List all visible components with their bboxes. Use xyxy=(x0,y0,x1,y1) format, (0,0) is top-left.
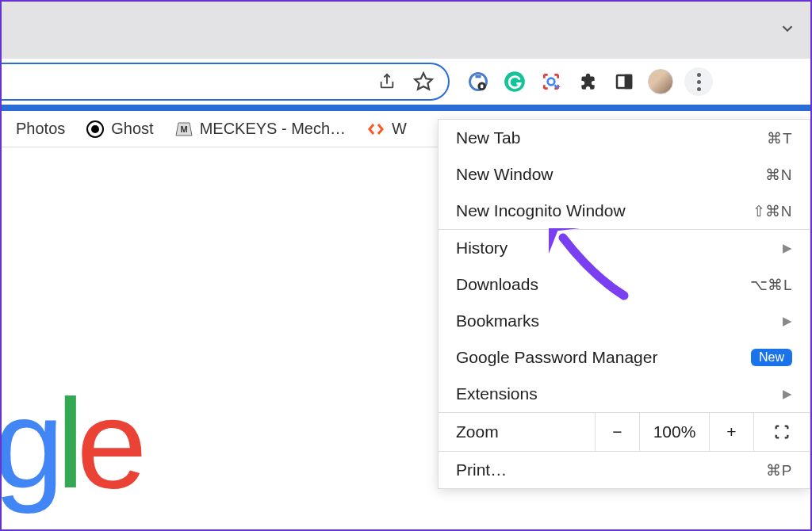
zoom-value: 100% xyxy=(640,413,710,451)
menu-label: History xyxy=(456,239,508,258)
menu-bookmarks[interactable]: Bookmarks ▶ xyxy=(439,303,810,339)
menu-downloads[interactable]: Downloads ⌥⌘L xyxy=(439,266,810,303)
menu-new-window[interactable]: New Window ⌘N xyxy=(439,156,810,193)
address-row: + xyxy=(2,59,810,105)
capture-extension-icon[interactable]: + xyxy=(538,69,564,94)
menu-zoom-row: Zoom − 100% + xyxy=(439,412,810,451)
sidepanel-icon[interactable] xyxy=(611,69,637,94)
fullscreen-button[interactable] xyxy=(754,413,810,451)
toolbar-icons: + xyxy=(465,67,713,96)
menu-label: New Incognito Window xyxy=(456,201,626,220)
menu-print[interactable]: Print… ⌘P xyxy=(439,452,810,488)
google-logo-partial: gle xyxy=(0,371,140,517)
more-menu-button[interactable] xyxy=(684,67,713,96)
tabs-chevron-down-icon[interactable] xyxy=(779,20,796,40)
svg-rect-3 xyxy=(476,75,481,78)
menu-label: Print… xyxy=(456,460,507,479)
bookmark-photos[interactable]: Photos xyxy=(16,120,65,138)
tab-strip xyxy=(2,2,810,59)
svg-marker-1 xyxy=(415,73,432,90)
extensions-puzzle-icon[interactable] xyxy=(575,69,600,94)
menu-label: Google Password Manager xyxy=(456,348,657,367)
menu-label: New Tab xyxy=(456,128,520,147)
svg-rect-11 xyxy=(626,75,631,88)
bookmark-ghost[interactable]: Ghost xyxy=(86,120,153,139)
bookmark-label: Ghost xyxy=(111,120,153,138)
bookmark-meckeys[interactable]: M MECKEYS - Mech… xyxy=(174,120,346,139)
menu-shortcut: ⌘P xyxy=(766,461,792,479)
menu-history[interactable]: History ▶ xyxy=(439,230,810,266)
menu-extensions[interactable]: Extensions ▶ xyxy=(439,376,810,412)
zoom-label: Zoom xyxy=(439,413,596,451)
bookmark-label: MECKEYS - Mech… xyxy=(200,120,346,138)
submenu-arrow-icon: ▶ xyxy=(783,241,792,255)
menu-shortcut: ⌥⌘L xyxy=(750,276,792,294)
menu-google-password-manager[interactable]: Google Password Manager New xyxy=(439,339,810,376)
menu-new-incognito-window[interactable]: New Incognito Window ⇧⌘N xyxy=(439,193,810,229)
menu-shortcut: ⌘T xyxy=(767,129,792,147)
svg-point-13 xyxy=(91,125,99,133)
svg-text:M: M xyxy=(180,124,187,134)
svg-text:+: + xyxy=(555,82,560,91)
code-icon xyxy=(366,120,385,139)
omnibox[interactable] xyxy=(2,63,450,101)
submenu-arrow-icon: ▶ xyxy=(783,314,792,328)
menu-label: Downloads xyxy=(456,275,538,294)
bookmark-label: W xyxy=(392,120,407,138)
zoom-in-button[interactable]: + xyxy=(710,413,754,451)
extension-refresh-icon[interactable] xyxy=(465,69,491,94)
svg-point-7 xyxy=(548,78,555,86)
grammarly-extension-icon[interactable] xyxy=(502,69,527,94)
bookmark-label: Photos xyxy=(16,120,65,138)
profile-avatar[interactable] xyxy=(648,69,673,94)
menu-label: Bookmarks xyxy=(456,311,539,330)
chrome-menu: New Tab ⌘T New Window ⌘N New Incognito W… xyxy=(438,119,810,489)
bookmark-star-icon[interactable] xyxy=(411,69,436,94)
bookmark-w[interactable]: W xyxy=(366,120,407,139)
menu-label: New Window xyxy=(456,165,553,184)
share-icon[interactable] xyxy=(374,69,400,94)
submenu-arrow-icon: ▶ xyxy=(783,387,792,401)
zoom-out-button[interactable]: − xyxy=(596,413,640,451)
menu-shortcut: ⇧⌘N xyxy=(753,202,792,220)
new-badge: New xyxy=(751,349,792,366)
svg-rect-5 xyxy=(481,85,484,89)
menu-shortcut: ⌘N xyxy=(765,166,792,184)
menu-label: Extensions xyxy=(456,384,538,403)
meckeys-icon: M xyxy=(174,120,193,139)
menu-new-tab[interactable]: New Tab ⌘T xyxy=(439,120,810,156)
ghost-icon xyxy=(86,120,105,139)
